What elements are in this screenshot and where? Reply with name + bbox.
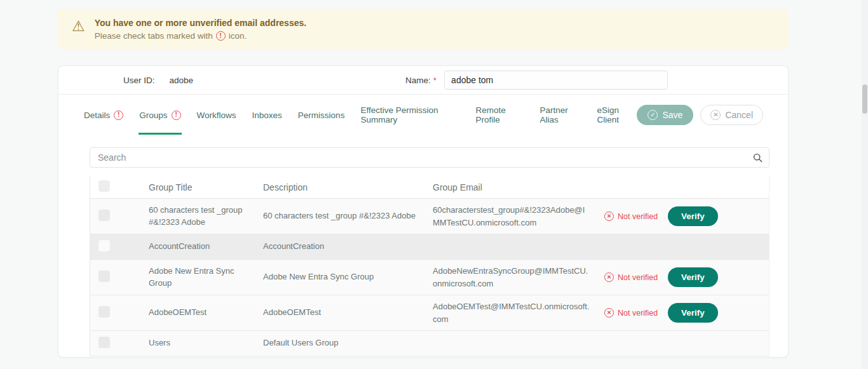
cancel-button-label: Cancel (725, 110, 753, 120)
user-id-value: adobe (170, 76, 194, 85)
tab-permissions[interactable]: Permissions (297, 95, 346, 135)
check-icon: ✓ (648, 110, 658, 120)
table-row: Users Default Users Group (90, 331, 769, 356)
not-verified-label: Not verified (618, 212, 658, 221)
alert-icon: ! (216, 31, 226, 41)
row-checkbox[interactable] (98, 337, 110, 348)
name-input[interactable] (444, 70, 668, 90)
table-row: 60 characters test _group #&!2323 Adobe … (90, 199, 769, 234)
required-asterisk: * (433, 76, 437, 85)
table-row: AdobeOEMTest AdobeOEMTest AdobeOEMTest@I… (90, 295, 769, 331)
user-header-row: User ID: adobe Name: * (58, 66, 788, 95)
cancel-button[interactable]: ✕ Cancel (700, 105, 763, 125)
verification-status: ✕ Not verified (604, 308, 668, 318)
tab-inboxes-label: Inboxes (252, 111, 282, 120)
banner-text: You have one or more unverified email ad… (95, 18, 307, 41)
tab-effective-permission-summary[interactable]: Effective Permission Summary (360, 95, 460, 135)
user-detail-card: User ID: adobe Name: * Details ! Groups … (58, 65, 789, 358)
group-title: AccountCreation (149, 241, 263, 253)
row-checkbox[interactable] (98, 240, 110, 252)
tab-partner-alias-label: Partner Alias (539, 105, 581, 124)
groups-table: Group Title Description Group Email 60 c… (90, 176, 770, 356)
tabs-row: Details ! Groups ! Workflows Inboxes Per… (58, 95, 788, 135)
page-scrollbar[interactable] (862, 0, 868, 369)
tab-remote-profile[interactable]: Remote Profile (475, 95, 525, 135)
group-title: Adobe New Entra Sync Group (149, 265, 263, 290)
group-email: AdobeOEMTest@IMMTestCU.onmicrosoft.com (433, 300, 604, 325)
unverified-email-banner: ⚠ You have one or more unverified email … (58, 9, 789, 50)
not-verified-icon: ✕ (604, 211, 614, 221)
verification-status: ✕ Not verified (604, 272, 668, 282)
not-verified-label: Not verified (618, 309, 658, 318)
action-buttons: ✓ Save ✕ Cancel (637, 105, 763, 125)
tab-esign-client-label: eSign Client (597, 105, 637, 124)
tab-list: Details ! Groups ! Workflows Inboxes Per… (83, 95, 637, 135)
tab-permissions-label: Permissions (298, 111, 345, 120)
tab-effective-permission-summary-label: Effective Permission Summary (360, 105, 459, 124)
select-all-checkbox[interactable] (98, 180, 110, 192)
name-label: Name: (405, 76, 431, 85)
user-id-label: User ID: (123, 76, 155, 85)
group-description: Default Users Group (263, 337, 433, 349)
tab-groups-label: Groups (139, 111, 167, 120)
not-verified-label: Not verified (618, 273, 658, 282)
tab-workflows[interactable]: Workflows (196, 95, 237, 135)
tab-partner-alias[interactable]: Partner Alias (539, 95, 581, 135)
tab-esign-client[interactable]: eSign Client (597, 95, 637, 135)
group-title: Users (149, 337, 263, 349)
banner-title: You have one or more unverified email ad… (95, 18, 307, 28)
search-bar (90, 147, 770, 168)
group-email: 60characterstest_group#&!2323Adobe@IMMTe… (433, 204, 604, 229)
column-header-description: Description (263, 182, 433, 192)
group-title: AdobeOEMTest (149, 307, 263, 319)
group-description: 60 characters test _group #&!2323 Adobe (263, 210, 433, 222)
table-row: Adobe New Entra Sync Group Adobe New Ent… (90, 260, 769, 295)
tab-groups[interactable]: Groups ! (139, 95, 181, 135)
save-button[interactable]: ✓ Save (637, 105, 693, 125)
tab-workflows-label: Workflows (197, 111, 236, 120)
row-checkbox[interactable] (98, 271, 110, 282)
column-header-group-title: Group Title (149, 182, 263, 192)
close-icon: ✕ (710, 110, 721, 120)
verification-status: ✕ Not verified (604, 211, 668, 221)
column-header-group-email: Group Email (433, 182, 604, 192)
banner-subtitle: Please check tabs marked with ! icon. (95, 31, 307, 41)
verify-button[interactable]: Verify (668, 267, 718, 287)
group-description: AdobeOEMTest (263, 307, 433, 319)
group-description: Adobe New Entra Sync Group (263, 271, 433, 283)
search-icon (753, 153, 763, 165)
row-checkbox[interactable] (98, 210, 110, 221)
row-checkbox[interactable] (98, 306, 110, 318)
warning-triangle-icon: ⚠ (72, 18, 85, 34)
verify-button[interactable]: Verify (668, 206, 718, 226)
not-verified-icon: ✕ (604, 308, 614, 318)
search-input[interactable] (90, 147, 770, 168)
tab-details-label: Details (84, 111, 110, 120)
table-row: AccountCreation AccountCreation (90, 234, 769, 260)
scrollbar-thumb[interactable] (862, 84, 867, 114)
table-header-row: Group Title Description Group Email (90, 176, 769, 199)
group-email: AdobeNewEntraSyncGroup@IMMTestCU.onmicro… (433, 265, 604, 290)
banner-subtitle-prefix: Please check tabs marked with (95, 31, 213, 41)
tab-warning-icon: ! (114, 111, 123, 120)
save-button-label: Save (662, 110, 682, 120)
not-verified-icon: ✕ (604, 272, 614, 282)
group-title: 60 characters test _group #&!2323 Adobe (149, 205, 263, 229)
banner-subtitle-suffix: icon. (229, 31, 247, 41)
tab-details[interactable]: Details ! (83, 95, 124, 135)
verify-button[interactable]: Verify (668, 303, 718, 323)
group-description: AccountCreation (263, 241, 433, 253)
tab-inboxes[interactable]: Inboxes (252, 95, 283, 135)
tab-warning-icon: ! (172, 111, 181, 120)
tab-remote-profile-label: Remote Profile (476, 105, 524, 124)
